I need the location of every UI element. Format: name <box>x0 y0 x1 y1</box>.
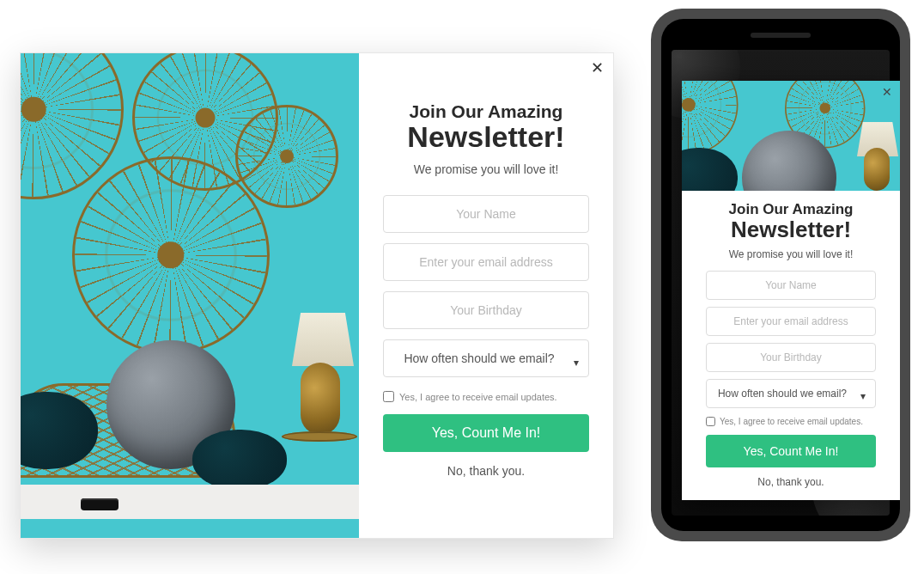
newsletter-popup-mobile: ✕ Join Our Amazing Newsletter! We promis… <box>682 81 900 500</box>
popup-title-line2: Newsletter! <box>407 120 564 154</box>
popup-form-panel: ✕ Join Our Amazing Newsletter! We promis… <box>359 53 613 538</box>
phone-screen: ✕ Join Our Amazing Newsletter! We promis… <box>661 19 900 531</box>
submit-button[interactable]: Yes, Count Me In! <box>383 414 589 452</box>
frequency-select[interactable]: How often should we email? <box>706 379 876 408</box>
agree-label: Yes, I agree to receive email updates. <box>399 392 557 402</box>
popup-title-line1: Join Our Amazing <box>729 201 854 218</box>
frequency-select[interactable]: How often should we email? <box>383 339 589 377</box>
email-input[interactable] <box>706 307 876 336</box>
close-icon[interactable]: ✕ <box>589 60 605 76</box>
phone-frame: ✕ Join Our Amazing Newsletter! We promis… <box>651 9 910 541</box>
popup-subtitle: We promise you will love it! <box>414 162 559 176</box>
agree-row[interactable]: Yes, I agree to receive email updates. <box>706 417 876 426</box>
name-input[interactable] <box>383 195 589 233</box>
popup-hero-image <box>21 53 359 538</box>
birthday-input[interactable] <box>383 291 589 329</box>
popup-hero-image-mobile: ✕ <box>682 81 900 191</box>
close-icon[interactable]: ✕ <box>879 84 895 100</box>
agree-label: Yes, I agree to receive email updates. <box>720 417 863 426</box>
phone-speaker <box>751 33 811 38</box>
birthday-input[interactable] <box>706 343 876 372</box>
decline-link[interactable]: No, thank you. <box>447 464 525 478</box>
newsletter-popup-desktop: ✕ Join Our Amazing Newsletter! We promis… <box>21 53 613 538</box>
submit-button[interactable]: Yes, Count Me In! <box>706 435 876 467</box>
email-input[interactable] <box>383 243 589 281</box>
popup-subtitle: We promise you will love it! <box>729 248 854 260</box>
popup-title-line2: Newsletter! <box>731 217 851 243</box>
agree-checkbox[interactable] <box>383 391 394 402</box>
popup-form-panel-mobile: Join Our Amazing Newsletter! We promise … <box>682 191 900 500</box>
decline-link[interactable]: No, thank you. <box>757 476 824 488</box>
name-input[interactable] <box>706 271 876 300</box>
agree-checkbox[interactable] <box>706 417 715 426</box>
popup-title-line1: Join Our Amazing <box>410 101 563 122</box>
agree-row[interactable]: Yes, I agree to receive email updates. <box>383 391 589 402</box>
